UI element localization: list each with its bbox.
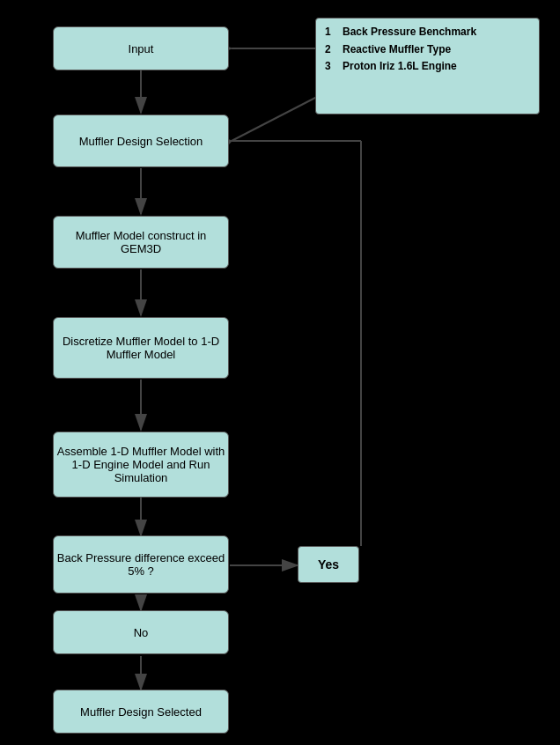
info-item-1: 1 Back Pressure Benchmark — [325, 26, 530, 40]
gem3d-label: Muffler Model construct in GEM3D — [54, 229, 228, 255]
info-box: 1 Back Pressure Benchmark 2 Reactive Muf… — [315, 18, 540, 114]
discretize-box: Discretize Muffler Model to 1-D Muffler … — [53, 317, 229, 379]
info-num-1: 1 — [325, 26, 337, 40]
selected-box: Muffler Design Selected — [53, 690, 229, 734]
muffler-design-box: Muffler Design Selection — [53, 114, 229, 167]
info-item-2: 2 Reactive Muffler Type — [325, 43, 530, 57]
muffler-design-label: Muffler Design Selection — [79, 135, 203, 148]
diagram-container: Input Muffler Design Selection Muffler M… — [9, 9, 551, 736]
gem3d-box: Muffler Model construct in GEM3D — [53, 216, 229, 269]
input-label: Input — [129, 42, 154, 55]
yes-box: Yes — [298, 546, 359, 583]
info-num-3: 3 — [325, 60, 337, 74]
back-pressure-label: Back Pressure difference exceed 5% ? — [54, 551, 228, 578]
selected-label: Muffler Design Selected — [80, 705, 202, 719]
discretize-label: Discretize Muffler Model to 1-D Muffler … — [54, 335, 228, 361]
back-pressure-decision: Back Pressure difference exceed 5% ? — [53, 535, 229, 594]
input-box: Input — [53, 26, 229, 70]
no-label: No — [134, 626, 149, 639]
svg-line-11 — [232, 97, 317, 141]
assemble-box: Assemble 1-D Muffler Model with 1-D Engi… — [53, 432, 229, 498]
info-item-3: 3 Proton Iriz 1.6L Engine — [325, 60, 530, 74]
yes-label: Yes — [318, 557, 339, 572]
info-label-2: Reactive Muffler Type — [343, 43, 451, 57]
info-label-3: Proton Iriz 1.6L Engine — [343, 60, 457, 74]
assemble-label: Assemble 1-D Muffler Model with 1-D Engi… — [54, 445, 228, 484]
info-num-2: 2 — [325, 43, 337, 57]
no-box: No — [53, 610, 229, 654]
info-label-1: Back Pressure Benchmark — [343, 26, 476, 40]
